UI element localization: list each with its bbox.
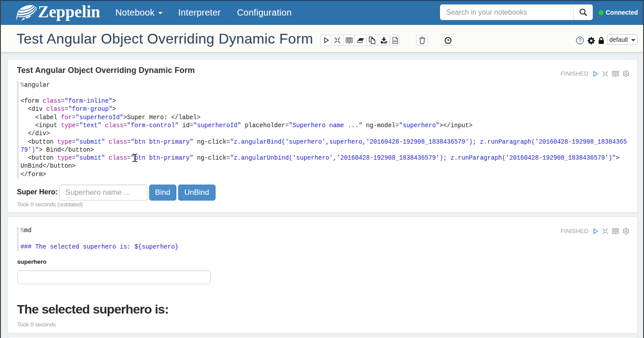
- svg-text:?: ?: [579, 37, 582, 44]
